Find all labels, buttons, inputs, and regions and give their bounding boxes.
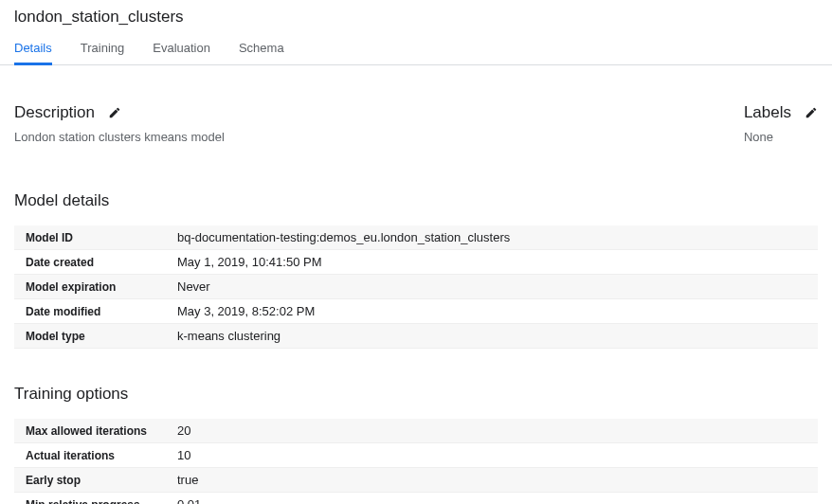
row-value: 10 — [166, 443, 818, 467]
tab-training[interactable]: Training — [81, 32, 124, 64]
row-key: Model type — [14, 325, 166, 348]
tab-schema[interactable]: Schema — [239, 32, 284, 64]
row-value: true — [166, 468, 818, 492]
model-details-heading: Model details — [14, 191, 818, 210]
row-key: Date created — [14, 251, 166, 274]
row-key: Min relative progress — [14, 494, 166, 505]
model-details-section: Model details Model ID bq-documentation-… — [14, 191, 818, 349]
row-key: Early stop — [14, 469, 166, 492]
description-block: Description London station clusters kmea… — [14, 103, 225, 144]
tab-bar: Details Training Evaluation Schema — [0, 32, 832, 65]
row-key: Model expiration — [14, 276, 166, 298]
row-key: Actual iterations — [14, 444, 166, 467]
row-value: 0.01 — [166, 493, 818, 504]
row-key: Date modified — [14, 300, 166, 323]
training-options-heading: Training options — [14, 385, 818, 404]
tab-evaluation[interactable]: Evaluation — [153, 32, 210, 64]
table-row: Min relative progress 0.01 — [14, 493, 818, 504]
row-value: May 1, 2019, 10:41:50 PM — [166, 250, 818, 274]
training-options-table: Max allowed iterations 20 Actual iterati… — [14, 419, 818, 504]
row-key: Model ID — [14, 226, 166, 249]
table-row: Date created May 1, 2019, 10:41:50 PM — [14, 250, 818, 275]
table-row: Actual iterations 10 — [14, 443, 818, 468]
table-row: Early stop true — [14, 468, 818, 493]
training-options-section: Training options Max allowed iterations … — [14, 385, 818, 504]
table-row: Model expiration Never — [14, 275, 818, 299]
labels-value: None — [744, 130, 818, 144]
table-row: Model type k-means clustering — [14, 324, 818, 349]
edit-labels-icon[interactable] — [805, 106, 818, 119]
table-row: Model ID bq-documentation-testing:demos_… — [14, 225, 818, 250]
edit-description-icon[interactable] — [108, 106, 121, 119]
row-value: 20 — [166, 419, 818, 442]
description-heading: Description — [14, 103, 95, 122]
row-value: Never — [166, 275, 818, 298]
tab-details[interactable]: Details — [14, 32, 52, 64]
page-title: london_station_clusters — [0, 0, 832, 32]
row-value: May 3, 2019, 8:52:02 PM — [166, 299, 818, 323]
table-row: Max allowed iterations 20 — [14, 419, 818, 443]
model-details-table: Model ID bq-documentation-testing:demos_… — [14, 225, 818, 349]
row-key: Max allowed iterations — [14, 420, 166, 442]
table-row: Date modified May 3, 2019, 8:52:02 PM — [14, 299, 818, 324]
row-value: k-means clustering — [166, 324, 818, 348]
labels-block: Labels None — [744, 103, 818, 144]
labels-heading: Labels — [744, 103, 791, 122]
row-value: bq-documentation-testing:demos_eu.london… — [166, 225, 818, 249]
description-value: London station clusters kmeans model — [14, 130, 225, 144]
